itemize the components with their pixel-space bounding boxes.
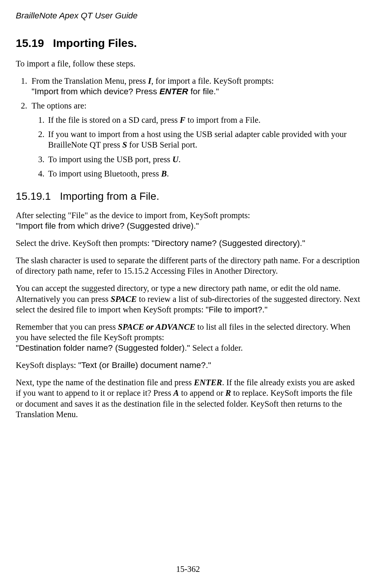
option-3-pre: To import using the USB port, press	[48, 155, 172, 164]
keycap-F: F	[180, 115, 186, 125]
option-2: If you want to import from a host using …	[47, 129, 360, 150]
prompt-destination-folder: "Destination folder name? (Suggested fol…	[16, 343, 192, 353]
p-next-type-name: Next, type the name of the destination f…	[16, 377, 360, 420]
keycap-A: A	[173, 388, 179, 398]
option-1-post: to import from a File.	[186, 115, 261, 125]
section-number: 15.19	[16, 37, 44, 49]
p-select-drive: Select the drive. KeySoft then prompts: …	[16, 238, 360, 249]
keycap-I: I	[148, 76, 151, 86]
p5-c: Select a folder.	[192, 343, 243, 353]
prompt-file-to-import: "File to import?."	[206, 305, 268, 314]
steps-list: From the Translation Menu, press I, for …	[16, 76, 360, 179]
option-1: If the file is stored on a SD card, pres…	[47, 115, 360, 125]
option-1-pre: If the file is stored on a SD card, pres…	[48, 115, 180, 125]
prompt-import-device-pre: "Import from which device? Press	[32, 87, 160, 96]
step-1-post: , for import a file. KeySoft prompts:	[151, 76, 274, 86]
step-1: From the Translation Menu, press I, for …	[29, 76, 360, 97]
p-keysoft-displays: KeySoft displays: "Text (or Braille) doc…	[16, 360, 360, 371]
p6-a: KeySoft displays:	[16, 360, 78, 370]
option-2-post: for USB Serial port.	[127, 140, 197, 149]
subsection-title: Importing from a File.	[60, 190, 159, 202]
keycap-ENTER: ENTER	[160, 87, 188, 96]
p7-a: Next, type the name of the destination f…	[16, 378, 194, 387]
section-heading: 15.19Importing Files.	[16, 36, 360, 50]
p-accept-directory: You can accept the suggested directory, …	[16, 283, 360, 315]
subsection-heading: 15.19.1Importing from a File.	[16, 190, 360, 203]
keycap-R: R	[225, 388, 231, 398]
step-2-lead: The options are:	[32, 101, 86, 110]
p1-line1: After selecting "File" as the device to …	[16, 211, 250, 220]
keycap-S: S	[122, 140, 127, 149]
prompt-import-drive: "Import file from which drive? (Suggeste…	[16, 221, 199, 231]
keycap-SPACE: SPACE	[110, 294, 137, 304]
option-2-pre: If you want to import from a host using …	[48, 130, 347, 149]
keycap-B: B	[161, 169, 167, 178]
page-footer: 15-362	[0, 564, 376, 574]
p5-a: Remember that you can press	[16, 322, 118, 332]
subsection-number: 15.19.1	[16, 190, 51, 202]
option-3-post: .	[178, 155, 181, 164]
option-4-pre: To import using Bluetooth, press	[48, 169, 161, 178]
option-3: To import using the USB port, press U.	[47, 154, 360, 165]
p-remember-space: Remember that you can press SPACE or ADV…	[16, 322, 360, 353]
step-2: The options are: If the file is stored o…	[29, 101, 360, 179]
intro-paragraph: To import a file, follow these steps.	[16, 59, 360, 69]
prompt-directory-name: "Directory name? (Suggested directory)."	[152, 238, 305, 248]
option-4-post: .	[167, 169, 169, 178]
option-4: To import using Bluetooth, press B.	[47, 169, 360, 179]
step-1-pre: From the Translation Menu, press	[32, 76, 148, 86]
prompt-import-device-post: for file."	[188, 87, 219, 96]
p-slash-explain: The slash character is used to separate …	[16, 255, 360, 276]
prompt-document-name: "Text (or Braille) document name?."	[78, 360, 211, 370]
p-after-select-file: After selecting "File" as the device to …	[16, 210, 360, 231]
keycap-SPACE-ADVANCE: SPACE or ADVANCE	[118, 322, 195, 332]
section-title: Importing Files.	[53, 37, 137, 49]
doc-header: BrailleNote Apex QT User Guide	[16, 11, 360, 21]
p7-c: to append or	[179, 388, 225, 398]
p2-pre: Select the drive. KeySoft then prompts:	[16, 238, 152, 248]
keycap-U: U	[172, 155, 178, 164]
keycap-ENTER-2: ENTER	[194, 378, 222, 387]
options-list: If the file is stored on a SD card, pres…	[32, 115, 360, 179]
